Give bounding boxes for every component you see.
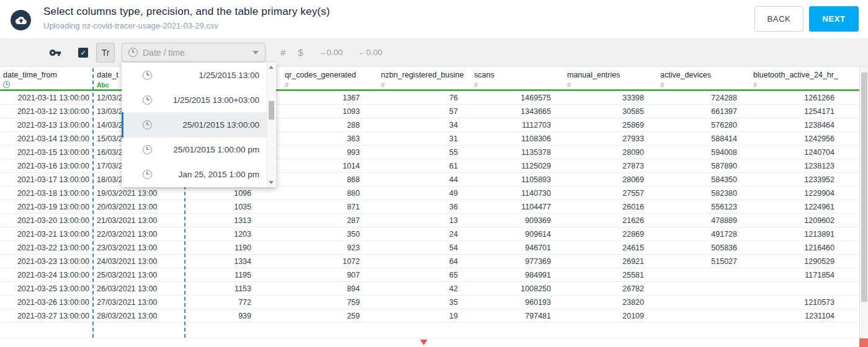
format-option[interactable]: Jan 25, 2015 1:00 pm [122,162,267,187]
cell[interactable]: 894 [276,282,372,296]
cell[interactable]: 2021-03-14 13:00:00 [0,132,93,146]
number-type-button[interactable]: # [280,47,285,58]
cell[interactable]: 1135378 [465,146,558,159]
cell[interactable]: 2021-03-26 13:00:00 [0,296,93,309]
cell[interactable]: 363 [276,132,372,146]
cell[interactable]: 2021-03-21 13:00:00 [0,227,93,241]
cell[interactable]: 1313 [185,214,276,227]
cell[interactable]: 1240704 [745,146,859,159]
cell[interactable]: 26782 [558,282,651,296]
cell[interactable]: 2021-03-24 13:00:00 [0,268,93,282]
column-header[interactable]: qr_codes_generated # [276,68,372,90]
cell[interactable]: 1261266 [745,90,859,105]
column-header[interactable]: scans # [465,68,558,90]
cell[interactable]: 993 [276,146,372,159]
cell[interactable]: 2021-03-19 13:00:00 [0,200,93,214]
cell[interactable]: 1190 [185,241,276,255]
cell[interactable]: 26921 [558,255,651,268]
cell[interactable]: 13 [372,214,465,227]
back-button[interactable]: BACK [754,6,803,32]
cell[interactable]: 759 [276,296,372,309]
cell[interactable]: 505836 [651,241,745,255]
datetime-format-select[interactable]: Date / time [122,43,266,62]
cell[interactable]: 515027 [651,255,745,268]
cell[interactable]: 909614 [465,227,558,241]
cell[interactable]: 2021-03-18 13:00:00 [0,187,93,200]
cell[interactable]: 28/03/2021 13:00 [93,309,185,323]
cell[interactable]: 556123 [651,200,745,214]
currency-type-button[interactable]: $ [298,47,303,58]
cell[interactable]: 54 [372,241,465,255]
cell[interactable]: 57 [372,105,465,118]
cell[interactable]: 1093 [276,105,372,118]
cell[interactable]: 1125029 [465,159,558,173]
cell[interactable]: 594008 [651,146,745,159]
cell[interactable]: 55 [372,146,465,159]
cell[interactable]: 21/03/2021 13:00 [93,214,185,227]
cell[interactable]: 1195 [185,268,276,282]
column-header[interactable]: manual_entries # [558,68,651,90]
cell[interactable]: 19/03/2021 13:00 [93,187,185,200]
cell[interactable] [651,268,745,282]
column-header[interactable]: bluetooth_active_24_hr_ # [745,68,859,90]
column-header[interactable]: date_time_from [0,68,93,90]
cell[interactable]: 26016 [558,200,651,214]
cell[interactable]: 1008250 [465,282,558,296]
cell[interactable]: 2021-03-12 13:00:00 [0,105,93,118]
cell[interactable]: 1203 [185,227,276,241]
cell[interactable]: 1213891 [745,227,859,241]
horizontal-scroll-strip[interactable] [0,338,859,347]
cell[interactable]: 977369 [465,255,558,268]
cell[interactable] [651,309,745,323]
cell[interactable]: 20109 [558,309,651,323]
cell[interactable]: 1216460 [745,241,859,255]
cell[interactable]: 772 [185,296,276,309]
cell[interactable]: 946701 [465,241,558,255]
cell[interactable]: 576280 [651,118,745,132]
cell[interactable]: 2021-03-15 13:00:00 [0,146,93,159]
scroll-up-icon[interactable] [269,66,274,69]
cell[interactable]: 23820 [558,296,651,309]
cell[interactable]: 2021-03-23 13:00:00 [0,255,93,268]
cell[interactable]: 27873 [558,159,651,173]
scroll-down-icon[interactable] [269,181,274,184]
cell[interactable]: 1153 [185,282,276,296]
cell[interactable]: 1229904 [745,187,859,200]
cell[interactable]: 797481 [465,309,558,323]
cell[interactable]: 1171854 [745,268,859,282]
cell[interactable]: 22869 [558,227,651,241]
cell[interactable]: 30585 [558,105,651,118]
cell[interactable]: 24615 [558,241,651,255]
cell[interactable]: 27933 [558,132,651,146]
cell[interactable]: 1233952 [745,173,859,187]
text-type-button[interactable]: Tr [96,43,115,63]
cell[interactable]: 939 [185,309,276,323]
decrease-precision-button[interactable]: ←0.00 [357,48,382,57]
cell[interactable]: 1140730 [465,187,558,200]
cell[interactable]: 1343665 [465,105,558,118]
cell[interactable]: 259 [276,309,372,323]
cell[interactable]: 27/03/2021 13:00 [93,296,185,309]
cell[interactable]: 1231104 [745,309,859,323]
column-include-checkbox[interactable]: ✓ [78,48,88,58]
cell[interactable]: 960193 [465,296,558,309]
cell[interactable]: 24/03/2021 13:00 [93,255,185,268]
column-header[interactable]: active_devices # [651,68,745,90]
cell[interactable] [651,296,745,309]
cell[interactable]: 588414 [651,132,745,146]
cell[interactable]: 61 [372,159,465,173]
cell[interactable]: 661397 [651,105,745,118]
cell[interactable]: 871 [276,200,372,214]
cell[interactable]: 25/03/2021 13:00 [93,268,185,282]
cell[interactable]: 350 [276,227,372,241]
cell[interactable]: 25869 [558,118,651,132]
cell[interactable]: 1242956 [745,132,859,146]
cell[interactable]: 1209602 [745,214,859,227]
cell[interactable]: 1238123 [745,159,859,173]
cell[interactable]: 2021-03-17 13:00:00 [0,173,93,187]
cell[interactable] [745,282,859,296]
cell[interactable]: 2021-03-13 13:00:00 [0,118,93,132]
cell[interactable]: 288 [276,118,372,132]
cell[interactable]: 22/03/2021 13:00 [93,227,185,241]
format-option[interactable]: 25/01/2015 1:00:00 pm [122,138,267,162]
